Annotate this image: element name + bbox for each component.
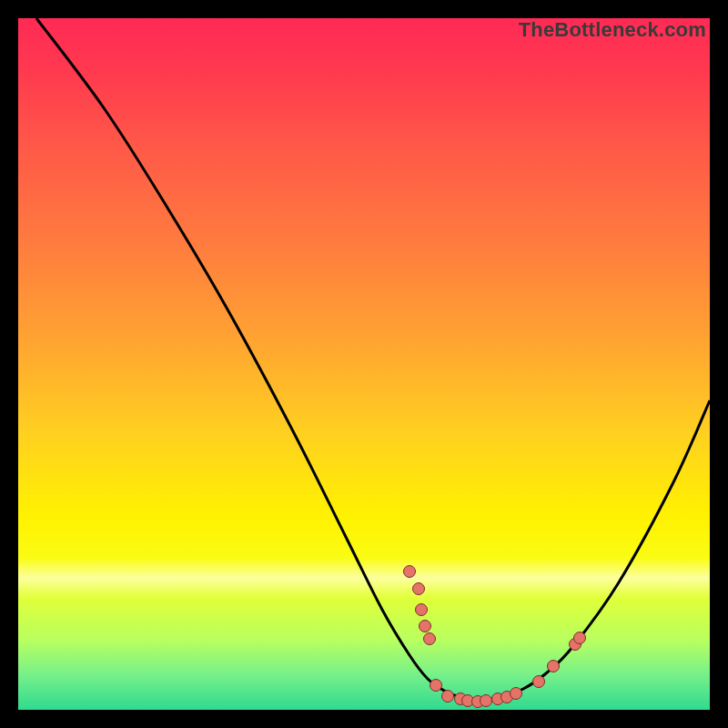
- bottleneck-curve: [18, 18, 710, 710]
- curve-dot: [442, 691, 454, 703]
- curve-dot: [548, 661, 560, 672]
- curve-dot: [511, 688, 522, 700]
- curve-dot: [413, 583, 425, 595]
- curve-dot: [420, 621, 431, 632]
- watermark-text: TheBottleneck.com: [519, 18, 706, 42]
- curve-dots-group: [404, 566, 586, 708]
- curve-dot: [574, 632, 586, 644]
- curve-dot: [533, 676, 545, 688]
- curve-path: [36, 18, 710, 700]
- curve-dot: [416, 604, 428, 616]
- curve-dot: [424, 633, 436, 645]
- curve-dot: [404, 566, 416, 578]
- curve-dot: [480, 695, 492, 707]
- chart-frame: TheBottleneck.com: [18, 18, 710, 710]
- curve-dot: [430, 680, 442, 692]
